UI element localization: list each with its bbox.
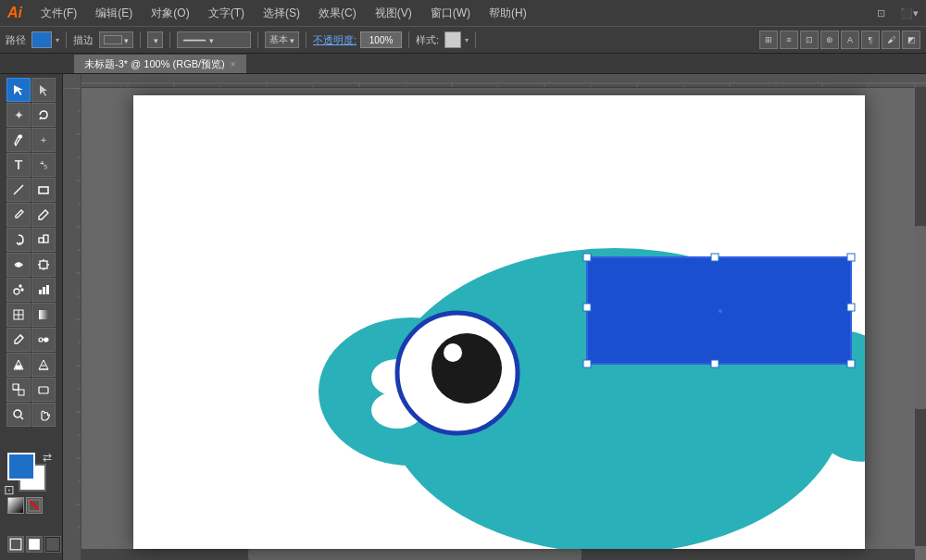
basic-dropdown[interactable]: 基本: [265, 31, 299, 48]
add-anchor-tool[interactable]: +: [31, 128, 56, 152]
main-area: ✦ + T ⁴₅: [0, 74, 926, 560]
style-swatch[interactable]: [444, 31, 461, 48]
full-screen-no-menu-btn[interactable]: [44, 536, 61, 553]
paintbrush-tool[interactable]: [6, 203, 31, 227]
line-tool[interactable]: [6, 178, 31, 202]
para-icon[interactable]: ¶: [861, 31, 880, 49]
tool-row-2: ✦: [6, 103, 56, 127]
svg-rect-14: [39, 290, 42, 294]
menu-help[interactable]: 帮助(H): [485, 4, 531, 23]
align-icon[interactable]: ≡: [780, 31, 798, 49]
full-screen-btn[interactable]: [26, 536, 43, 553]
lasso-tool[interactable]: [31, 103, 56, 127]
pen-tool[interactable]: [6, 128, 31, 152]
perspective-grid-tool[interactable]: [31, 353, 56, 377]
style-arrow[interactable]: ▾: [465, 36, 469, 44]
screen-mode-btn[interactable]: [7, 536, 24, 553]
zoom-tool[interactable]: [6, 403, 31, 427]
workspace-switcher[interactable]: ⬛▾: [900, 7, 919, 19]
menu-object[interactable]: 对象(O): [147, 4, 193, 23]
selection-tool[interactable]: [6, 78, 31, 102]
scale-tool[interactable]: [31, 228, 56, 252]
line-style-dropdown[interactable]: ━━━━: [177, 31, 251, 48]
opacity-label[interactable]: 不透明度:: [313, 33, 357, 47]
menu-effect[interactable]: 效果(C): [315, 4, 360, 23]
stroke-dropdown[interactable]: [99, 31, 133, 48]
basic-label: 基本: [269, 33, 288, 46]
ai-logo: Ai: [7, 5, 22, 21]
svg-rect-36: [29, 539, 40, 550]
transform-icon[interactable]: ⊡: [800, 31, 819, 49]
rectangle-tool[interactable]: [31, 178, 56, 202]
svg-rect-30: [39, 387, 48, 393]
free-transform-tool[interactable]: [31, 253, 56, 277]
gradient-tool[interactable]: [31, 303, 56, 327]
horizontal-ruler: [81, 74, 926, 88]
column-graph-tool[interactable]: [31, 278, 56, 302]
none-swatch[interactable]: [26, 497, 43, 514]
blend-tool[interactable]: [31, 328, 56, 352]
eraser-tool[interactable]: [31, 378, 56, 402]
menu-type[interactable]: 文字(T): [205, 4, 248, 23]
options-toolbar: 路径 ▾ 描边 ━━━━ 基本 不透明度: 样式: ▾ ⊞ ≡ ⊡ ⊛ A ¶ …: [0, 26, 926, 54]
foreground-color-swatch[interactable]: [7, 453, 35, 480]
bridge-icon[interactable]: ⊡: [877, 7, 885, 19]
sep1: [66, 31, 67, 48]
swap-colors-icon[interactable]: ⇄: [43, 451, 52, 464]
tool-row-8: [6, 253, 56, 277]
horizontal-scrollbar[interactable]: [81, 549, 915, 560]
artboard: [133, 95, 865, 549]
direct-selection-tool[interactable]: [31, 78, 56, 102]
stroke-weight-dropdown[interactable]: [147, 31, 163, 48]
rotate-tool[interactable]: [6, 228, 31, 252]
tab-close[interactable]: ×: [231, 59, 236, 69]
svg-rect-92: [847, 254, 855, 261]
pencil-tool[interactable]: [31, 203, 56, 227]
symbol-sprayer-tool[interactable]: [6, 278, 31, 302]
svg-point-87: [432, 333, 502, 404]
live-paint-tool[interactable]: [6, 353, 31, 377]
svg-line-21: [20, 335, 23, 338]
menu-select[interactable]: 选择(S): [259, 4, 304, 23]
eyedropper-tool[interactable]: [6, 328, 31, 352]
warp-tool[interactable]: [6, 253, 31, 277]
vertical-scrollbar[interactable]: [915, 88, 926, 546]
canvas-area[interactable]: [63, 74, 926, 560]
tools-panel: ✦ + T ⁴₅: [0, 74, 63, 560]
vertical-type-tool[interactable]: ⁴₅: [31, 153, 56, 177]
menu-edit[interactable]: 编辑(E): [92, 4, 136, 23]
menu-window[interactable]: 窗口(W): [427, 4, 474, 23]
svg-rect-6: [40, 261, 47, 268]
arrange-icon[interactable]: ⊞: [759, 31, 778, 49]
svg-point-12: [19, 285, 21, 287]
gradient-swatch[interactable]: [7, 497, 24, 514]
menu-file[interactable]: 文件(F): [37, 4, 81, 23]
tool-row-9: [6, 278, 56, 302]
stroke-chevron: [124, 35, 129, 45]
svg-rect-96: [711, 360, 719, 367]
style-label: 样式:: [416, 33, 439, 47]
svg-rect-3: [39, 238, 44, 243]
menu-view[interactable]: 视图(V): [371, 4, 416, 23]
fill-color-swatch[interactable]: [31, 31, 52, 48]
magic-wand-tool[interactable]: ✦: [6, 103, 31, 127]
tab-main[interactable]: 未标题-3* @ 100% (RGB/预览) ×: [74, 55, 246, 73]
sep2: [140, 31, 141, 48]
type-tool[interactable]: T: [6, 153, 31, 177]
opacity-input[interactable]: [360, 31, 402, 48]
hand-tool[interactable]: [31, 403, 56, 427]
slice-tool[interactable]: [6, 378, 31, 402]
sep6: [408, 31, 409, 48]
vertical-ruler: [63, 74, 81, 560]
pathfinder-icon[interactable]: ⊛: [820, 31, 839, 49]
mesh-tool[interactable]: [6, 303, 31, 327]
svg-rect-16: [46, 285, 49, 294]
brush-icon[interactable]: 🖌: [882, 31, 900, 49]
svg-line-1: [14, 185, 23, 194]
fill-arrow[interactable]: ▾: [56, 36, 59, 44]
graphic-style-icon[interactable]: ◩: [902, 31, 920, 49]
char-icon[interactable]: A: [841, 31, 859, 49]
reset-colors-icon[interactable]: ⊡: [4, 482, 15, 497]
stroke-weight-chevron: [154, 35, 158, 45]
tabbar: 未标题-3* @ 100% (RGB/预览) ×: [0, 54, 926, 74]
